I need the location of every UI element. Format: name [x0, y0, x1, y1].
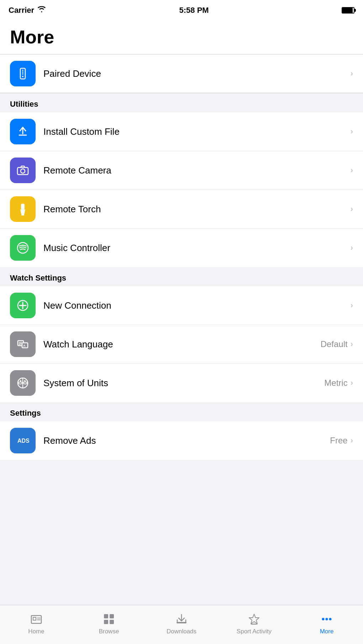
paired-device-right: › [351, 69, 353, 78]
remote-camera-icon [10, 158, 36, 183]
svg-rect-23 [33, 617, 36, 620]
watch-language-value: Default [321, 339, 348, 349]
settings-section-header: Settings [0, 402, 363, 421]
svg-rect-29 [110, 620, 114, 624]
system-of-units-item[interactable]: System of Units Metric › [0, 364, 363, 402]
svg-rect-8 [21, 214, 24, 215]
paired-device-item[interactable]: Paired Device › [0, 54, 363, 93]
tab-bar: Home Browse Downloads [0, 605, 363, 644]
install-custom-file-label: Install Custom File [43, 126, 120, 137]
new-connection-content: New Connection › [43, 300, 353, 311]
status-bar: Carrier 5:58 PM [0, 0, 363, 19]
svg-point-34 [329, 618, 332, 620]
downloads-tab-label: Downloads [167, 628, 196, 635]
home-tab-icon [30, 612, 43, 626]
remote-camera-label: Remote Camera [43, 165, 111, 176]
system-of-units-value: Metric [324, 378, 347, 388]
system-of-units-content: System of Units Metric › [43, 378, 353, 389]
sport-activity-tab-label: Sport Activity [237, 628, 272, 635]
install-custom-file-item[interactable]: Install Custom File › [0, 112, 363, 151]
status-left: Carrier [9, 6, 46, 15]
more-tab-icon [320, 612, 333, 626]
tab-more[interactable]: More [290, 612, 363, 635]
music-controller-label: Music Controller [43, 243, 110, 254]
system-of-units-label: System of Units [43, 378, 108, 389]
svg-text:ADS: ADS [17, 438, 30, 444]
remote-torch-label: Remote Torch [43, 204, 101, 215]
tab-downloads[interactable]: Downloads [145, 612, 218, 635]
remote-torch-icon [10, 196, 36, 222]
paired-device-label: Paired Device [43, 68, 101, 79]
new-connection-item[interactable]: New Connection › [0, 286, 363, 325]
svg-point-9 [17, 243, 28, 253]
page-title-section: More [0, 19, 363, 54]
chevron-icon: › [351, 166, 353, 175]
chevron-icon: › [351, 204, 353, 214]
chevron-icon: › [351, 340, 353, 349]
music-controller-content: Music Controller › [43, 243, 353, 254]
chevron-icon: › [351, 69, 353, 78]
chevron-icon: › [351, 436, 353, 445]
tab-sport-activity[interactable]: Sport Activity [218, 612, 290, 635]
watch-settings-section-header: Watch Settings [0, 267, 363, 286]
battery-icon [342, 7, 354, 14]
carrier-label: Carrier [9, 6, 34, 15]
chevron-icon: › [351, 301, 353, 310]
more-tab-label: More [320, 628, 334, 635]
remove-ads-item[interactable]: ADS Remove Ads Free › [0, 421, 363, 460]
browse-tab-label: Browse [99, 628, 119, 635]
music-controller-icon [10, 235, 36, 261]
utilities-header-label: Utilities [10, 100, 38, 108]
downloads-tab-icon [175, 612, 188, 626]
paired-device-content: Paired Device › [43, 68, 353, 79]
svg-point-1 [22, 76, 23, 77]
remote-torch-item[interactable]: Remote Torch › [0, 190, 363, 229]
remote-camera-content: Remote Camera › [43, 165, 353, 176]
page-title: More [10, 26, 353, 48]
status-time: 5:58 PM [179, 6, 209, 15]
svg-rect-27 [110, 614, 114, 618]
remove-ads-content: Remove Ads Free › [43, 435, 353, 446]
svg-rect-26 [104, 614, 108, 618]
new-connection-label: New Connection [43, 300, 111, 311]
watch-settings-header-label: Watch Settings [10, 273, 66, 282]
watch-settings-group: New Connection › 訳 A Watch Language Defa… [0, 286, 363, 402]
chevron-icon: › [351, 378, 353, 388]
home-tab-label: Home [28, 628, 44, 635]
svg-rect-7 [21, 204, 25, 209]
remote-camera-item[interactable]: Remote Camera › [0, 151, 363, 190]
remove-ads-label: Remove Ads [43, 435, 96, 446]
watch-language-content: Watch Language Default › [43, 339, 353, 350]
tab-home[interactable]: Home [0, 612, 73, 635]
tab-browse[interactable]: Browse [73, 612, 145, 635]
sport-activity-tab-icon [247, 612, 261, 626]
watch-language-label: Watch Language [43, 339, 113, 350]
svg-text:A: A [23, 344, 26, 347]
utilities-group: Install Custom File › Remote Camera › [0, 112, 363, 267]
watch-language-item[interactable]: 訳 A Watch Language Default › [0, 325, 363, 364]
install-custom-file-icon [10, 119, 36, 144]
system-of-units-icon [10, 370, 36, 396]
svg-point-6 [21, 169, 25, 173]
new-connection-icon [10, 293, 36, 318]
svg-point-33 [326, 618, 328, 620]
settings-group: ADS Remove Ads Free › [0, 421, 363, 460]
wifi-icon [37, 6, 46, 15]
chevron-icon: › [351, 243, 353, 252]
paired-device-icon [10, 61, 36, 86]
svg-point-20 [20, 380, 21, 382]
svg-point-32 [322, 618, 325, 620]
music-controller-item[interactable]: Music Controller › [0, 229, 363, 267]
remove-ads-icon: ADS [10, 428, 36, 453]
paired-device-group: Paired Device › [0, 54, 363, 93]
svg-point-19 [24, 380, 26, 382]
browse-tab-icon [102, 612, 116, 626]
settings-header-label: Settings [10, 409, 41, 417]
status-right [342, 7, 354, 14]
remote-torch-content: Remote Torch › [43, 204, 353, 215]
svg-rect-28 [104, 620, 108, 624]
remove-ads-value: Free [330, 436, 347, 446]
chevron-icon: › [351, 127, 353, 136]
watch-language-icon: 訳 A [10, 331, 36, 357]
install-custom-file-content: Install Custom File › [43, 126, 353, 137]
